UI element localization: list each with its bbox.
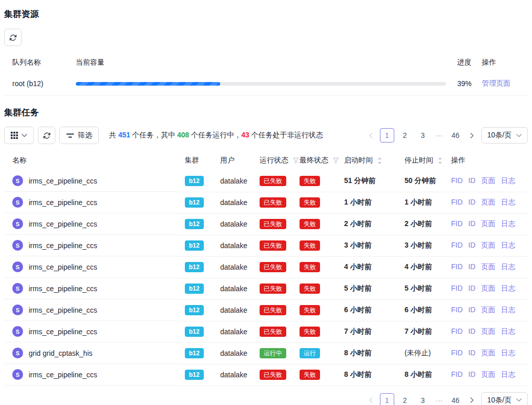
- action-page-link[interactable]: 页面: [481, 327, 496, 335]
- actions-cell: FIDID页面日志: [443, 342, 528, 364]
- table-row: Sirms_ce_pipeline_ccsb12datalake已失败失败4 小…: [4, 256, 528, 278]
- action-fid-link[interactable]: FID: [451, 349, 463, 357]
- page-number-3[interactable]: 3: [416, 393, 430, 405]
- page-size-select[interactable]: 10条/页: [481, 392, 528, 405]
- task-name-cell: Sirms_ce_pipeline_ccs: [4, 321, 177, 342]
- resources-refresh-button[interactable]: [4, 29, 22, 46]
- action-fid-link[interactable]: FID: [451, 327, 463, 335]
- user: datalake: [212, 278, 251, 299]
- task-name-cell: Sirms_ce_pipeline_ccs: [4, 213, 177, 235]
- col-start-time-label: 启动时间: [344, 156, 373, 165]
- action-id-link[interactable]: ID: [469, 219, 476, 228]
- page-ellipsis[interactable]: ···: [434, 396, 445, 404]
- start-time-sort-icon[interactable]: [377, 157, 382, 164]
- final-status-badge: 失败: [300, 197, 320, 208]
- col-progress: 进度: [449, 53, 474, 72]
- run-status-filter-icon[interactable]: [293, 157, 299, 164]
- prev-page-button[interactable]: [365, 128, 376, 143]
- page-number-3[interactable]: 3: [416, 128, 430, 143]
- action-fid-link[interactable]: FID: [451, 241, 463, 249]
- tasks-refresh-button[interactable]: [38, 127, 55, 144]
- action-log-link[interactable]: 日志: [501, 349, 516, 357]
- action-id-link[interactable]: ID: [469, 198, 476, 206]
- task-name: irms_ce_pipeline_ccs: [29, 328, 97, 336]
- action-id-link[interactable]: ID: [469, 241, 476, 249]
- page-size-select[interactable]: 10条/页: [481, 127, 528, 144]
- action-id-link[interactable]: ID: [469, 349, 476, 357]
- action-page-link[interactable]: 页面: [481, 198, 496, 206]
- stop-time: (未停止): [396, 342, 443, 364]
- action-fid-link[interactable]: FID: [451, 370, 463, 378]
- pagination-bottom: 1 2 3 ··· 46 10条/页: [365, 392, 528, 405]
- action-fid-link[interactable]: FID: [451, 284, 463, 292]
- action-id-link[interactable]: ID: [469, 176, 476, 185]
- cluster-badge: b12: [185, 348, 204, 358]
- action-fid-link[interactable]: FID: [451, 198, 463, 206]
- page-number-2[interactable]: 2: [398, 128, 412, 143]
- action-log-link[interactable]: 日志: [501, 262, 516, 271]
- action-page-link[interactable]: 页面: [481, 284, 496, 292]
- action-page-link[interactable]: 页面: [481, 306, 496, 314]
- action-id-link[interactable]: ID: [469, 284, 476, 292]
- action-fid-link[interactable]: FID: [451, 262, 463, 271]
- final-status-badge: 失败: [300, 327, 320, 337]
- action-id-link[interactable]: ID: [469, 262, 476, 271]
- page-number-1[interactable]: 1: [380, 128, 394, 143]
- action-fid-link[interactable]: FID: [451, 219, 463, 228]
- run-status-badge: 已失败: [260, 176, 286, 186]
- page-number-1[interactable]: 1: [380, 393, 394, 405]
- action-page-link[interactable]: 页面: [481, 370, 496, 378]
- prev-page-button[interactable]: [365, 393, 376, 405]
- action-fid-link[interactable]: FID: [451, 176, 463, 185]
- chevron-right-icon: [470, 133, 474, 138]
- table-row: Sirms_ce_pipeline_ccsb12datalake已失败失败6 小…: [4, 299, 528, 321]
- stop-time: 6 小时前: [396, 299, 443, 321]
- final-status-filter-icon[interactable]: [333, 157, 339, 164]
- action-log-link[interactable]: 日志: [501, 176, 516, 185]
- task-summary: 共 451 个任务，其中 408 个任务运行中，43 个任务处于非运行状态: [109, 131, 323, 140]
- column-settings-button[interactable]: [4, 127, 34, 144]
- action-log-link[interactable]: 日志: [501, 327, 516, 335]
- action-page-link[interactable]: 页面: [481, 262, 496, 271]
- next-page-button[interactable]: [466, 128, 478, 143]
- col-cluster: 集群: [177, 151, 212, 170]
- page-number-46[interactable]: 46: [449, 128, 463, 143]
- final-status-badge: 失败: [300, 305, 320, 315]
- action-page-link[interactable]: 页面: [481, 176, 496, 185]
- next-page-button[interactable]: [466, 393, 478, 405]
- action-fid-link[interactable]: FID: [451, 306, 463, 314]
- table-row: Sirms_ce_pipeline_ccsb12datalake已失败失败5 小…: [4, 278, 528, 299]
- task-name-cell: Sirms_ce_pipeline_ccs: [4, 235, 177, 256]
- action-id-link[interactable]: ID: [469, 306, 476, 314]
- action-log-link[interactable]: 日志: [501, 198, 516, 206]
- user: datalake: [212, 213, 251, 235]
- filter-button-label: 筛选: [78, 131, 92, 140]
- action-log-link[interactable]: 日志: [501, 241, 516, 249]
- action-log-link[interactable]: 日志: [501, 284, 516, 292]
- run-status-badge: 运行中: [260, 348, 286, 358]
- chevron-down-icon: [516, 134, 522, 137]
- tasks-header-row: 名称 集群 用户 运行状态 最终状态 启动时间 停止时间: [4, 151, 528, 170]
- action-id-link[interactable]: ID: [469, 327, 476, 335]
- filter-button[interactable]: 筛选: [59, 127, 99, 144]
- stop-time-sort-icon[interactable]: [438, 157, 442, 164]
- col-capacity: 当前容量: [68, 53, 449, 72]
- refresh-icon: [43, 132, 51, 139]
- action-page-link[interactable]: 页面: [481, 241, 496, 249]
- page-number-46[interactable]: 46: [449, 393, 463, 405]
- capacity-progress-fill: [76, 82, 220, 86]
- col-run-status: 运行状态: [251, 151, 291, 170]
- stop-time: 1 小时前: [396, 192, 443, 213]
- page-ellipsis[interactable]: ···: [434, 131, 445, 139]
- action-log-link[interactable]: 日志: [501, 306, 516, 314]
- action-log-link[interactable]: 日志: [501, 219, 516, 228]
- page-number-2[interactable]: 2: [398, 393, 412, 405]
- action-id-link[interactable]: ID: [469, 370, 476, 378]
- action-log-link[interactable]: 日志: [501, 370, 516, 378]
- final-status-badge: 失败: [300, 284, 320, 294]
- queue-name: root (b12): [4, 72, 68, 96]
- action-page-link[interactable]: 页面: [481, 349, 496, 357]
- summary-text: 个任务，其中: [130, 131, 177, 139]
- action-page-link[interactable]: 页面: [481, 219, 496, 228]
- manage-page-link[interactable]: 管理页面: [482, 79, 510, 87]
